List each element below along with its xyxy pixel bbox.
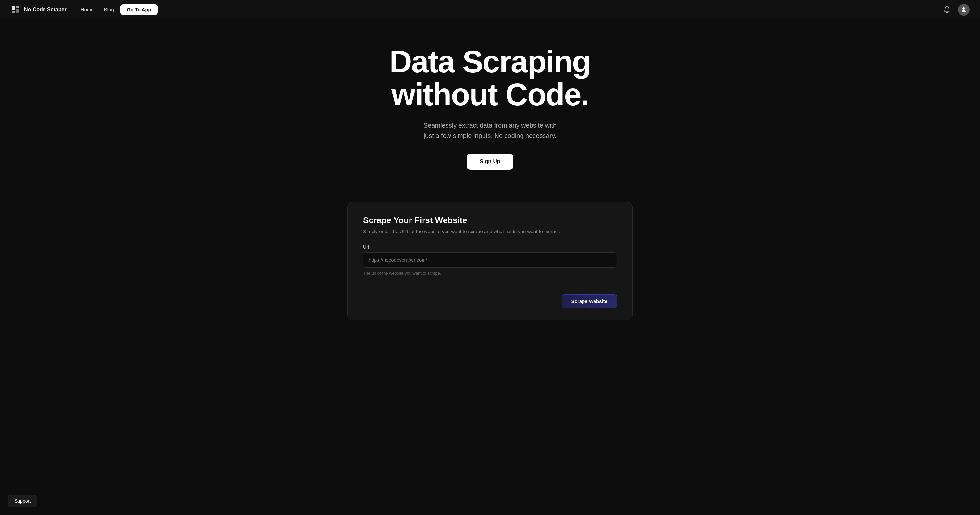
sign-up-button[interactable]: Sign Up xyxy=(467,154,513,169)
svg-rect-2 xyxy=(12,11,15,13)
hero-subtitle-line1: Seamlessly extract data from any website… xyxy=(423,122,557,129)
scraper-section: Scrape Your First Website Simply enter t… xyxy=(0,189,980,346)
brand-name: No-Code Scraper xyxy=(24,7,67,13)
user-avatar[interactable] xyxy=(958,4,970,16)
support-button[interactable]: Support xyxy=(8,495,37,507)
url-hint: The url of the website you want to scrap… xyxy=(363,271,617,276)
nav-links: Home Blog Go To App xyxy=(77,4,941,15)
svg-rect-0 xyxy=(12,6,15,10)
url-input[interactable] xyxy=(363,252,617,268)
hero-section: Data Scraping without Code. Seamlessly e… xyxy=(0,19,980,189)
go-to-app-button[interactable]: Go To App xyxy=(120,4,158,15)
scraper-card-title: Scrape Your First Website xyxy=(363,215,617,225)
nav-blog-link[interactable]: Blog xyxy=(100,5,118,14)
notification-button[interactable] xyxy=(941,4,953,16)
scraper-card: Scrape Your First Website Simply enter t… xyxy=(347,202,633,320)
svg-rect-1 xyxy=(16,6,19,8)
url-label: Url xyxy=(363,244,617,250)
brand-logo-area: No-Code Scraper xyxy=(10,5,67,15)
svg-point-4 xyxy=(963,7,965,10)
navbar: No-Code Scraper Home Blog Go To App xyxy=(0,0,980,19)
avatar-icon xyxy=(960,6,967,13)
hero-subtitle-line2: just a few simple inputs. No coding nece… xyxy=(424,132,557,139)
hero-title: Data Scraping without Code. xyxy=(344,45,636,111)
scraper-card-subtitle: Simply enter the URL of the website you … xyxy=(363,229,617,234)
nav-right-area xyxy=(941,4,970,16)
hero-subtitle: Seamlessly extract data from any website… xyxy=(423,120,557,141)
svg-rect-3 xyxy=(16,9,19,13)
scraper-icon xyxy=(10,5,21,15)
notification-icon xyxy=(943,6,950,13)
scraper-actions: Scrape Website xyxy=(363,294,617,308)
scrape-website-button[interactable]: Scrape Website xyxy=(562,294,617,308)
nav-home-link[interactable]: Home xyxy=(77,5,98,14)
